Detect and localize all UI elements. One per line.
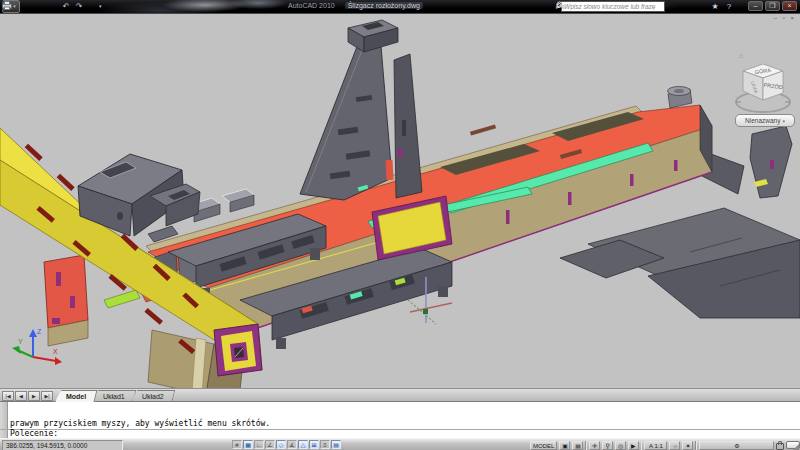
zoom-button[interactable]: ⚲ xyxy=(602,441,613,450)
help-button[interactable]: ? xyxy=(723,2,735,12)
plot-button[interactable] xyxy=(86,2,98,12)
steering-wheel-button[interactable]: ◎ xyxy=(615,441,626,450)
search-input[interactable] xyxy=(561,1,665,12)
snap-toggle[interactable]: # xyxy=(232,440,242,449)
app-title: AutoCAD 2010 xyxy=(288,2,335,9)
gear-icon: ⚙ xyxy=(734,443,739,449)
ducs-toggle[interactable]: △ xyxy=(298,440,308,449)
star-icon: ★ xyxy=(711,2,718,11)
command-window-gutter[interactable] xyxy=(0,402,8,438)
help-icon: ? xyxy=(727,2,731,11)
command-window-divider xyxy=(0,429,800,430)
status-bar: 386.0255, 194.5915, 0.0000 # ▦ ∟ ∠ ◇ ∡ △… xyxy=(0,438,800,450)
subscription-center-button[interactable] xyxy=(681,2,693,12)
new-button[interactable] xyxy=(21,2,33,12)
quick-view-drawings-button[interactable]: ▤ xyxy=(572,441,583,450)
polar-toggle[interactable]: ∠ xyxy=(265,440,275,449)
window-controls: – ❐ × xyxy=(748,1,797,11)
part-right-support[interactable] xyxy=(700,126,792,198)
model-canvas[interactable]: Z Y X xyxy=(0,14,800,388)
next-tab-button[interactable]: ▶ xyxy=(28,391,40,401)
undo-button[interactable]: ↶ xyxy=(60,2,72,12)
separator xyxy=(641,441,643,450)
undo-icon: ↶ xyxy=(63,3,70,11)
last-tab-button[interactable]: ▶| xyxy=(41,391,53,401)
app-menu-caret-icon: ▾ xyxy=(13,4,16,9)
first-tab-button[interactable]: |◀ xyxy=(2,391,14,401)
drawing-viewport[interactable]: ‒ ▫ × xyxy=(0,14,800,388)
title-bar: A ▾ ↶ ↷ ▾ AutoCAD 2010 Ślizgacz rozłożon… xyxy=(0,0,800,14)
open-button[interactable] xyxy=(34,2,46,12)
communication-center-button[interactable] xyxy=(695,2,707,12)
close-button[interactable]: × xyxy=(782,1,797,11)
favorites-button[interactable]: ★ xyxy=(709,2,721,12)
window-title: AutoCAD 2010 Ślizgacz rozłożony.dwg xyxy=(288,2,423,9)
part-ground-plates[interactable] xyxy=(560,208,800,318)
workspace-switch-button[interactable]: ⚙ Obszar roboczy ustawień ▾ xyxy=(699,441,774,450)
status-toggles: # ▦ ∟ ∠ ◇ ∡ △ ⊞ ≡ ▤ xyxy=(232,440,341,449)
lock-icon[interactable] xyxy=(776,443,784,450)
otrack-toggle[interactable]: ∡ xyxy=(287,440,297,449)
tab-navigation: |◀ ◀ ▶ ▶| xyxy=(2,391,53,401)
command-history-line: prawym przyciskiem myszy, aby wyświetlić… xyxy=(10,420,270,429)
qat-overflow-caret-icon[interactable]: ▾ xyxy=(99,4,102,9)
part-vertical-fin[interactable] xyxy=(300,34,422,200)
annotation-visibility-button[interactable]: ☼ xyxy=(669,441,680,450)
restore-button[interactable]: ❐ xyxy=(765,1,780,11)
model-space-button[interactable]: MODEL xyxy=(530,441,557,450)
part-nose-peg[interactable] xyxy=(668,87,693,109)
plot-printer-icon xyxy=(2,1,12,10)
document-title: Ślizgacz rozłożony.dwg xyxy=(345,2,423,9)
osnap-toggle[interactable]: ◇ xyxy=(276,440,286,449)
quick-view-layouts-button[interactable]: ▣ xyxy=(559,441,570,450)
redo-button[interactable]: ↷ xyxy=(73,2,85,12)
ortho-toggle[interactable]: ∟ xyxy=(254,440,264,449)
infocenter: ▸ ★ ? xyxy=(556,1,735,12)
layout-tabs-bar: |◀ ◀ ▶ ▶| Model Układ1 Układ2 xyxy=(0,388,800,402)
viewcube-ucs-dropdown[interactable]: Nienazwany ▾ xyxy=(735,114,795,127)
status-bar-right: MODEL ▣ ▤ ✛ ⚲ ◎ ▶ A 1:1 ▾ ☼ ✶ ⚙ Obszar r… xyxy=(530,440,800,450)
viewcube[interactable]: ⌂ GÓRA PRZÓD LEWA xyxy=(728,40,798,115)
coordinate-readout[interactable]: 386.0255, 194.5915, 0.0000 xyxy=(2,440,123,450)
qp-toggle[interactable]: ▤ xyxy=(331,440,341,449)
autocad-window: A ▾ ↶ ↷ ▾ AutoCAD 2010 Ślizgacz rozłożon… xyxy=(0,0,800,450)
separator xyxy=(695,441,697,450)
ucs-y-label: Y xyxy=(18,338,23,345)
minimize-button[interactable]: – xyxy=(748,1,763,11)
chevron-down-icon: ▾ xyxy=(782,118,785,124)
ucs-z-label: Z xyxy=(37,328,42,335)
part-red-panel[interactable] xyxy=(44,255,88,346)
pan-button[interactable]: ✛ xyxy=(589,441,600,450)
annotation-auto-button[interactable]: ✶ xyxy=(682,441,693,450)
satellite-dish-icon xyxy=(556,1,566,10)
prev-tab-button[interactable]: ◀ xyxy=(15,391,27,401)
annotation-scale-button[interactable]: A 1:1 ▾ xyxy=(644,441,667,450)
viewcube-home-icon[interactable]: ⌂ xyxy=(739,52,743,59)
dyn-toggle[interactable]: ⊞ xyxy=(309,440,319,449)
separator xyxy=(585,441,587,450)
part-fin-top-bracket[interactable] xyxy=(348,20,398,52)
quick-access-toolbar: A ▾ ↶ ↷ ▾ xyxy=(2,1,102,12)
command-line-window[interactable]: prawym przyciskiem myszy, aby wyświetlić… xyxy=(0,401,800,439)
ucs-dropdown-label: Nienazwany xyxy=(745,117,780,124)
tab-model[interactable]: Model xyxy=(55,390,98,402)
ucs-x-label: X xyxy=(53,348,58,355)
resize-grip[interactable] xyxy=(793,444,799,450)
redo-icon: ↷ xyxy=(76,3,83,11)
save-button[interactable] xyxy=(47,2,59,12)
show-motion-button[interactable]: ▶ xyxy=(628,441,639,450)
lwt-toggle[interactable]: ≡ xyxy=(320,440,330,449)
grid-toggle[interactable]: ▦ xyxy=(243,440,253,449)
search-button[interactable] xyxy=(667,2,679,12)
